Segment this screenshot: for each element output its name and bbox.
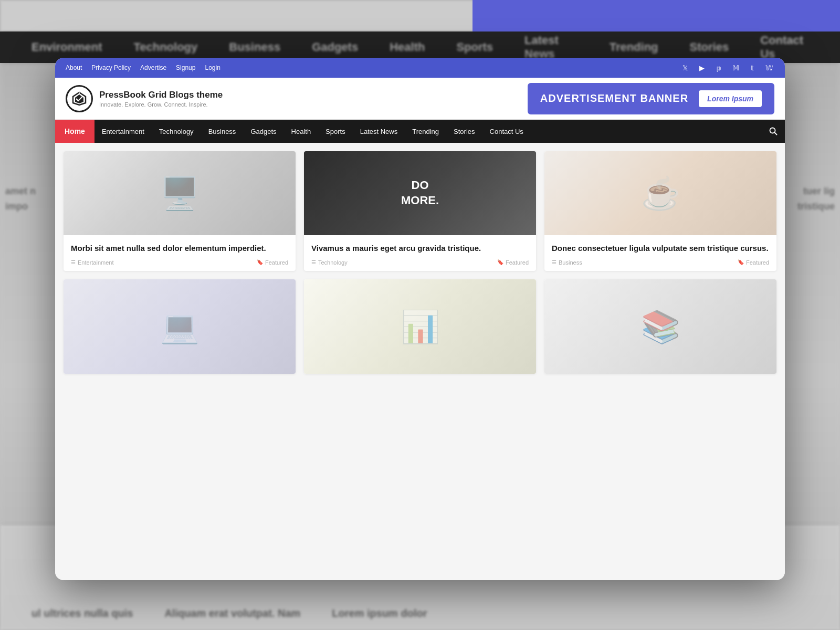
logo-icon [66, 85, 93, 112]
card-6-image [544, 279, 776, 374]
logo-text: PressBook Grid Blogs theme Innovate. Exp… [99, 90, 223, 108]
category-icon-3: ☰ [552, 259, 556, 265]
card-1-featured: 🔖 Featured [257, 259, 288, 266]
about-link[interactable]: About [66, 64, 82, 71]
nav-item-stories[interactable]: Stories [446, 120, 482, 143]
top-bar-links: About Privacy Policy Advertise Signup Lo… [66, 64, 220, 71]
category-icon: ☰ [71, 259, 76, 265]
twitter-icon[interactable]: 𝕏 [680, 62, 690, 73]
ad-banner: ADVERTISEMENT BANNER Lorem Ipsum [528, 83, 774, 114]
nav-item-latest-news[interactable]: Latest News [353, 120, 405, 143]
bg-right-text: tuer ligtristique [782, 178, 840, 219]
login-link[interactable]: Login [205, 64, 220, 71]
featured-icon: 🔖 [257, 259, 263, 265]
svg-line-4 [775, 133, 777, 135]
search-icon [769, 127, 778, 135]
card-2-body: Vivamus a mauris eget arcu gravida trist… [304, 235, 536, 271]
advertise-link[interactable]: Advertise [140, 64, 166, 71]
nav-home[interactable]: Home [55, 120, 94, 143]
site-header: PressBook Grid Blogs theme Innovate. Exp… [55, 78, 785, 120]
nav-item-trending[interactable]: Trending [405, 120, 446, 143]
site-tagline: Innovate. Explore. Grow. Connect. Inspir… [99, 101, 223, 108]
card-2: Vivamus a mauris eget arcu gravida trist… [304, 151, 536, 271]
card-2-featured: 🔖 Featured [497, 259, 529, 266]
social-icons: 𝕏 ▶ 𝕡 𝕄 𝕥 𝕎 [680, 62, 774, 73]
nav-item-technology[interactable]: Technology [152, 120, 201, 143]
featured-icon-3: 🔖 [738, 259, 744, 265]
card-5 [304, 279, 536, 374]
card-2-category-text: Technology [318, 259, 348, 266]
card-1-category-text: Entertainment [78, 259, 113, 266]
nav-item-business[interactable]: Business [201, 120, 244, 143]
card-2-title: Vivamus a mauris eget arcu gravida trist… [311, 243, 529, 254]
privacy-link[interactable]: Privacy Policy [91, 64, 131, 71]
article-grid: Morbi sit amet nulla sed dolor elementum… [64, 151, 776, 374]
card-1-image [64, 151, 296, 235]
signup-link[interactable]: Signup [176, 64, 195, 71]
card-6 [544, 279, 776, 374]
pinterest-icon[interactable]: 𝕡 [713, 62, 724, 73]
featured-icon-2: 🔖 [497, 259, 503, 265]
nav-item-gadgets[interactable]: Gadgets [243, 120, 284, 143]
card-3-category-text: Business [559, 259, 582, 266]
card-2-tag-text: Featured [506, 259, 529, 266]
bg-left-text: amet nimpo [0, 178, 58, 219]
card-1-category: ☰ Entertainment [71, 259, 113, 266]
card-1-title: Morbi sit amet nulla sed dolor elementum… [71, 243, 288, 254]
ad-banner-text: ADVERTISEMENT BANNER [540, 92, 688, 104]
card-3-body: Donec consectetuer ligula vulputate sem … [544, 235, 776, 271]
site-logo: PressBook Grid Blogs theme Innovate. Exp… [66, 85, 223, 112]
card-2-meta: ☰ Technology 🔖 Featured [311, 259, 529, 266]
tumblr-icon[interactable]: 𝕥 [747, 62, 758, 73]
card-2-image [304, 151, 536, 235]
card-5-image [304, 279, 536, 374]
card-2-category: ☰ Technology [311, 259, 348, 266]
card-3-title: Donec consectetuer ligula vulputate sem … [552, 243, 769, 254]
nav-item-sports[interactable]: Sports [318, 120, 353, 143]
main-nav: Home Entertainment Technology Business G… [55, 120, 785, 143]
youtube-icon[interactable]: ▶ [697, 62, 707, 73]
site-title: PressBook Grid Blogs theme [99, 90, 223, 100]
card-3-featured: 🔖 Featured [738, 259, 769, 266]
medium-icon[interactable]: 𝕄 [730, 62, 741, 73]
logo-svg [71, 90, 88, 107]
card-1-meta: ☰ Entertainment 🔖 Featured [71, 259, 288, 266]
card-3-meta: ☰ Business 🔖 Featured [552, 259, 769, 266]
nav-items: Entertainment Technology Business Gadget… [94, 120, 769, 143]
nav-item-contact[interactable]: Contact Us [482, 120, 531, 143]
wordpress-icon[interactable]: 𝕎 [764, 62, 774, 73]
card-4 [64, 279, 296, 374]
nav-item-entertainment[interactable]: Entertainment [94, 120, 152, 143]
card-3: Donec consectetuer ligula vulputate sem … [544, 151, 776, 271]
content-area: Morbi sit amet nulla sed dolor elementum… [55, 143, 785, 580]
card-1: Morbi sit amet nulla sed dolor elementum… [64, 151, 296, 271]
top-bar: About Privacy Policy Advertise Signup Lo… [55, 58, 785, 78]
card-3-category: ☰ Business [552, 259, 582, 266]
card-1-tag-text: Featured [265, 259, 288, 266]
ad-banner-button[interactable]: Lorem Ipsum [699, 90, 762, 107]
card-1-body: Morbi sit amet nulla sed dolor elementum… [64, 235, 296, 271]
nav-item-health[interactable]: Health [284, 120, 319, 143]
search-button[interactable] [769, 127, 785, 135]
card-3-tag-text: Featured [746, 259, 769, 266]
card-4-image [64, 279, 296, 374]
category-icon-2: ☰ [311, 259, 316, 265]
browser-window: About Privacy Policy Advertise Signup Lo… [55, 58, 785, 580]
card-3-image [544, 151, 776, 235]
